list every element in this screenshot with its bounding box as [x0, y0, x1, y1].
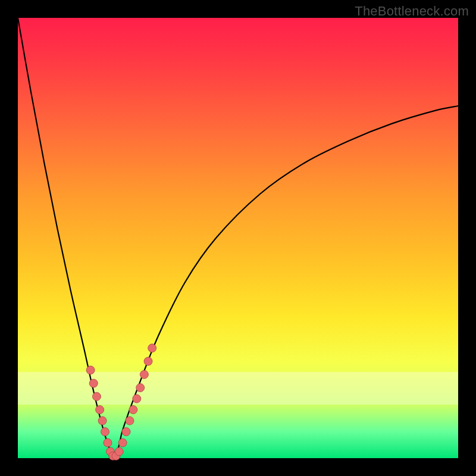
data-dot: [144, 357, 152, 365]
data-dot: [148, 344, 156, 352]
data-dot: [98, 416, 107, 425]
data-dot: [86, 366, 95, 374]
watermark-text: TheBottleneck.com: [355, 4, 469, 19]
data-dot: [96, 406, 104, 414]
data-dot: [118, 439, 127, 447]
dot-layer: [86, 344, 156, 460]
data-dot: [115, 447, 123, 456]
data-dot: [89, 379, 98, 387]
data-dot: [122, 428, 130, 436]
data-dot: [92, 392, 101, 400]
data-dot: [104, 439, 112, 447]
data-dot: [133, 394, 141, 403]
data-dot: [140, 370, 148, 378]
data-dot: [101, 428, 109, 436]
data-dot: [126, 416, 134, 425]
bottleneck-curve: [18, 18, 458, 458]
data-dot: [136, 384, 145, 392]
curve-svg: [18, 18, 458, 458]
chart-frame: TheBottleneck.com: [0, 0, 476, 476]
data-dot: [129, 406, 137, 414]
